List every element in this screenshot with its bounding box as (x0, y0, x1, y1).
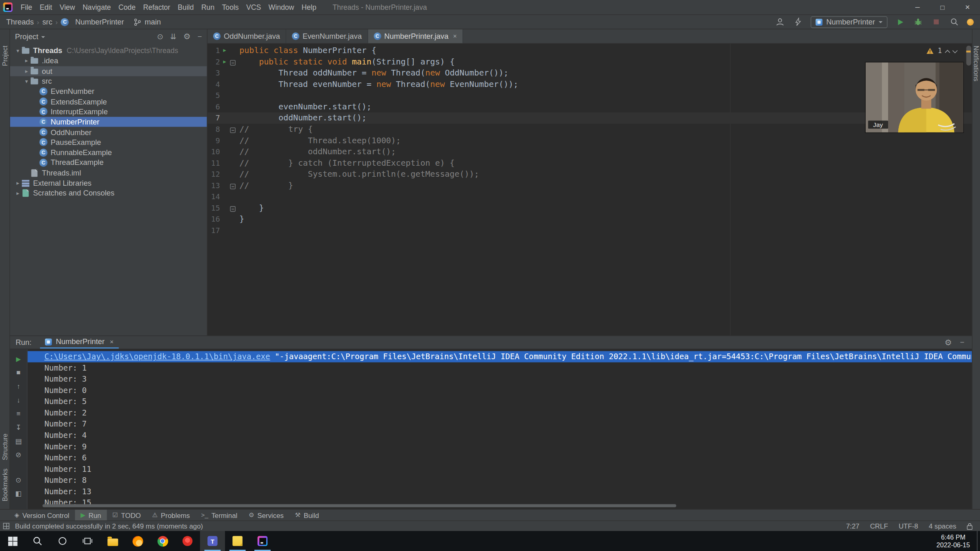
show-desktop-button[interactable] (977, 531, 980, 551)
indent-style[interactable]: 4 spaces (929, 522, 956, 530)
tree-arrow-icon[interactable]: ▸ (22, 58, 31, 64)
taskbar-clock[interactable]: 6:46 PM 2022-06-15 (929, 531, 977, 551)
menu-file[interactable]: File (17, 0, 36, 14)
taskbar-chrome[interactable] (150, 531, 175, 551)
menu-vcs[interactable]: VCS (243, 0, 265, 14)
search-everywhere-button[interactable] (949, 16, 960, 28)
stop-button[interactable] (931, 16, 942, 28)
tool-stripe-project[interactable]: Project (1, 46, 8, 66)
print-icon[interactable]: ▤ (13, 436, 24, 446)
toolwindow-button-problems[interactable]: ⚠Problems (147, 510, 196, 520)
collapse-all-button[interactable] (170, 33, 176, 40)
tool-stripe-structure[interactable]: Structure (1, 433, 8, 460)
file-encoding[interactable]: UTF-8 (899, 522, 918, 530)
prev-issue-icon[interactable] (945, 49, 950, 55)
up-stack-icon[interactable]: ↑ (13, 381, 24, 391)
down-stack-icon[interactable]: ↓ (13, 395, 24, 404)
tree-item-interruptexample[interactable]: CInterruptExample (10, 107, 207, 117)
tree-arrow-icon[interactable]: ▾ (14, 48, 22, 54)
code-line-8[interactable]: 8−// try { (207, 124, 972, 135)
maximize-button[interactable] (930, 0, 955, 14)
next-issue-icon[interactable] (952, 48, 958, 53)
close-icon[interactable] (109, 339, 114, 344)
run-line-icon[interactable]: ▶ (220, 45, 229, 56)
breadcrumb-numberprinter[interactable]: NumberPrinter (75, 18, 124, 26)
soft-wraps-icon[interactable]: ≡ (13, 409, 24, 418)
taskbar-cortana[interactable] (50, 531, 75, 551)
editor-tab-numberprinter-java[interactable]: CNumberPrinter.java (368, 29, 463, 43)
rerun-icon[interactable]: ▶ (13, 353, 24, 363)
toolwindow-button-build[interactable]: ⚒Build (290, 510, 325, 520)
gear-icon[interactable] (183, 33, 191, 41)
git-branch-widget[interactable]: main (134, 18, 161, 26)
line-separator[interactable]: CRLF (870, 522, 888, 530)
taskbar-notes-app[interactable] (225, 531, 250, 551)
taskbar-start[interactable] (0, 531, 25, 551)
taskbar-search[interactable] (25, 531, 50, 551)
tree-item-scratches-and-consoles[interactable]: ▸Scratches and Consoles (10, 188, 207, 198)
clear-all-icon[interactable]: ⊘ (13, 450, 24, 460)
taskbar-firefox[interactable] (125, 531, 150, 551)
hide-panel-button[interactable] (198, 33, 202, 40)
toolwindow-button-run[interactable]: ▶Run (75, 510, 107, 520)
toolwindow-button-services[interactable]: ⚙Services (243, 510, 290, 520)
menu-build[interactable]: Build (174, 0, 198, 14)
tool-stripe-notifications[interactable]: Notifications (973, 46, 980, 82)
webcam-overlay[interactable]: Jay (866, 62, 963, 132)
run-button[interactable] (894, 16, 906, 28)
menu-tools[interactable]: Tools (218, 0, 242, 14)
taskbar-task-view[interactable] (75, 531, 100, 551)
tree-item-external-libraries[interactable]: ▸External Libraries (10, 178, 207, 188)
toolwindow-button-version-control[interactable]: ◈Version Control (9, 510, 75, 520)
run-tab[interactable]: NumberPrinter (40, 336, 119, 349)
menu-navigate[interactable]: Navigate (79, 0, 115, 14)
tree-item-threads-iml[interactable]: Threads.iml (10, 168, 207, 178)
console[interactable]: C:\Users\Jay\.jdks\openjdk-18.0.1.1\bin\… (27, 349, 972, 509)
java-executable-link[interactable]: C:\Users\Jay\.jdks\openjdk-18.0.1.1\bin\… (45, 352, 270, 361)
tree-item-threadexample[interactable]: CThreadExample (10, 158, 207, 168)
code-line-14[interactable]: 14 (207, 191, 972, 202)
tool-stripe-bookmarks[interactable]: Bookmarks (1, 469, 8, 502)
code-line-10[interactable]: 10// oddNumber.start(); (207, 146, 972, 158)
editor-tab-oddnumber-java[interactable]: COddNumber.java (207, 29, 286, 43)
breadcrumb-threads[interactable]: Threads (6, 18, 33, 26)
tree-arrow-icon[interactable]: ▸ (14, 190, 22, 196)
scroll-to-end-icon[interactable]: ↧ (13, 422, 24, 432)
tree-arrow-icon[interactable]: ▸ (22, 68, 31, 74)
code-line-15[interactable]: 15− } (207, 202, 972, 214)
fold-icon[interactable]: − (229, 56, 236, 68)
taskbar-teams[interactable]: T (200, 531, 225, 551)
code-editor[interactable]: 1▶public class NumberPrinter {2▶− public… (207, 44, 972, 335)
console-horizontal-scrollbar[interactable] (42, 504, 676, 507)
caret-position[interactable]: 7:27 (846, 522, 860, 530)
minimize-button[interactable] (905, 0, 930, 14)
editor-tab-evennumber-java[interactable]: CEvenNumber.java (286, 29, 368, 43)
code-line-9[interactable]: 9// Thread.sleep(1000); (207, 135, 972, 147)
taskbar-red-app[interactable] (175, 531, 200, 551)
menu-window[interactable]: Window (265, 0, 298, 14)
toolwindow-button-terminal[interactable]: >_Terminal (196, 510, 243, 520)
tree-item-out[interactable]: ▸out (10, 66, 207, 76)
tree-item-src[interactable]: ▾src (10, 76, 207, 87)
pin-icon[interactable]: ⊙ (13, 475, 24, 484)
code-with-me-button[interactable] (774, 16, 786, 28)
close-tab-icon[interactable] (453, 33, 457, 39)
update-notification-icon[interactable] (967, 18, 974, 25)
tree-arrow-icon[interactable]: ▸ (14, 180, 22, 186)
menu-help[interactable]: Help (298, 0, 320, 14)
tree-item-runnableexample[interactable]: CRunnableExample (10, 147, 207, 158)
lock-icon[interactable] (967, 522, 973, 529)
code-line-13[interactable]: 13−// } (207, 180, 972, 191)
toolwindow-button-todo[interactable]: ☑TODO (107, 510, 146, 520)
stop-icon[interactable]: ■ (13, 367, 24, 377)
tree-item-threads[interactable]: ▾ThreadsC:\Users\Jay\IdeaProjects\Thread… (10, 46, 207, 56)
tree-arrow-icon[interactable]: ▾ (22, 78, 31, 84)
taskbar-file-explorer[interactable] (100, 531, 125, 551)
tree-item-idea[interactable]: ▸.idea (10, 56, 207, 66)
editor-scrollbar[interactable] (965, 44, 972, 335)
code-line-11[interactable]: 11// } catch (InterruptedException e) { (207, 158, 972, 169)
toolwindow-switcher-icon[interactable] (3, 523, 9, 529)
scrollbar-thumb[interactable] (966, 46, 971, 66)
menu-view[interactable]: View (56, 0, 79, 14)
code-line-2[interactable]: 2▶− public static void main(String[] arg… (207, 56, 972, 68)
